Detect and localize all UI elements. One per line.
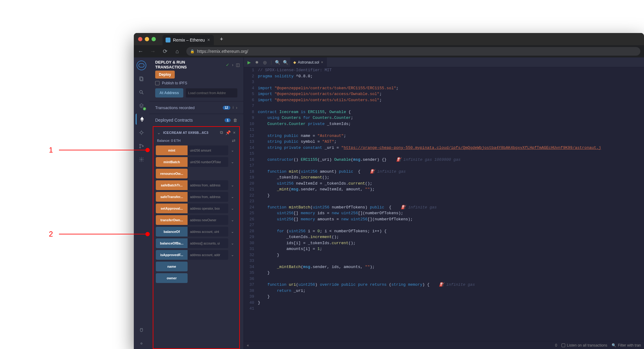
- info-icon[interactable]: i: [233, 105, 234, 110]
- function-row: transferOwn...address newOwner⌄: [156, 215, 237, 225]
- file-tab[interactable]: ◆ Astronaut.sol ×: [290, 57, 327, 67]
- window-minimize-icon[interactable]: [145, 37, 149, 41]
- chrome-tab-bar: Remix – Ethereu × +: [134, 33, 644, 45]
- function-params-input[interactable]: address[] accounts, ui: [188, 238, 228, 248]
- function-params-input[interactable]: uint256 numberOfToke: [188, 157, 228, 167]
- chevron-down-icon[interactable]: ⌄: [228, 215, 237, 225]
- chevron-down-icon[interactable]: ⌄: [228, 227, 237, 237]
- url-input[interactable]: 🔒 https://remix.ethereum.org/: [186, 47, 640, 56]
- code-content[interactable]: // SPDX-License-Identifier: MITpragma so…: [258, 67, 644, 341]
- close-icon[interactable]: ×: [233, 130, 236, 135]
- compiler-success-badge: ✓: [143, 107, 146, 111]
- publish-ipfs-checkbox[interactable]: [155, 81, 159, 85]
- function-row: setApproval...address operator, boo⌄: [156, 204, 237, 213]
- new-tab-button[interactable]: +: [220, 36, 223, 42]
- home-button[interactable]: ⌂: [174, 48, 180, 55]
- deploy-run-panel: DEPLOY & RUN TRANSACTIONS ✓ › ◫ Deploy P…: [149, 57, 244, 349]
- tab-favicon-icon: [166, 38, 170, 42]
- tab-close-icon[interactable]: ×: [207, 37, 210, 43]
- tab-close-icon[interactable]: ×: [321, 60, 323, 64]
- panel-header: DEPLOY & RUN TRANSACTIONS ✓ › ◫: [149, 57, 243, 71]
- zoom-in-icon[interactable]: 🔍: [282, 60, 289, 65]
- chevron-down-icon[interactable]: ⌄: [157, 130, 161, 135]
- remix-logo-icon[interactable]: [136, 60, 147, 71]
- tx-recorded-row[interactable]: Transactions recorded 12 i ›: [149, 101, 243, 114]
- terminal-toggle-icon[interactable]: «: [247, 343, 249, 347]
- function-button[interactable]: isApprovedF...: [156, 250, 188, 260]
- file-explorer-icon[interactable]: [136, 73, 147, 84]
- deploy-button[interactable]: Deploy: [155, 71, 175, 79]
- search-icon[interactable]: [136, 87, 147, 98]
- tab-title: Remix – Ethereu: [173, 38, 205, 42]
- at-address-button[interactable]: At Address: [155, 88, 183, 97]
- function-button[interactable]: balanceOf: [156, 227, 188, 237]
- listen-all-tx[interactable]: Listen on all transactions: [562, 343, 607, 347]
- chevron-right-icon[interactable]: ›: [236, 105, 237, 110]
- debugger-icon[interactable]: [136, 127, 147, 138]
- chevron-down-icon[interactable]: ⌄: [228, 180, 237, 190]
- settings-icon[interactable]: [136, 154, 147, 165]
- panel-title: DEPLOY & RUN TRANSACTIONS: [155, 60, 223, 69]
- window-close-icon[interactable]: [138, 37, 142, 41]
- chevron-down-icon[interactable]: ⌄: [228, 192, 237, 202]
- contract-title: ICECREAM AT 0X95B...6C3: [163, 131, 218, 134]
- function-button[interactable]: mintBatch: [156, 157, 188, 167]
- plugin-icon[interactable]: [136, 325, 147, 336]
- function-params-input[interactable]: address from, address: [188, 180, 228, 190]
- function-button[interactable]: renounceOw...: [156, 169, 188, 178]
- function-params-input[interactable]: address account, uint: [188, 227, 228, 237]
- panel-toggle-icon[interactable]: ◫: [236, 62, 240, 67]
- deploy-run-icon[interactable]: [136, 114, 147, 125]
- compiler-icon[interactable]: ✓: [136, 100, 147, 111]
- chevron-down-icon[interactable]: ⌄: [228, 157, 237, 167]
- function-button[interactable]: balanceOfBa...: [156, 238, 188, 248]
- annotation-1: 1: [49, 146, 150, 154]
- function-row: owner: [156, 273, 237, 283]
- play-icon[interactable]: ▶: [246, 60, 252, 65]
- function-button[interactable]: name: [156, 262, 188, 271]
- window-maximize-icon[interactable]: [152, 37, 156, 41]
- code-editor[interactable]: 1234567891011121314151617181920212223242…: [244, 67, 644, 341]
- function-params-input[interactable]: address operator, boo: [188, 204, 228, 213]
- trash-icon[interactable]: 🗑: [233, 118, 237, 123]
- app-area: ✓ DEPL: [134, 57, 644, 349]
- function-params-input[interactable]: address account, addr: [188, 250, 228, 260]
- reload-button[interactable]: ⟳: [162, 48, 168, 55]
- low-level-icon[interactable]: ⇄: [232, 138, 236, 143]
- function-button[interactable]: safeBatchTr...: [156, 180, 188, 190]
- pin-icon[interactable]: 📌: [225, 130, 231, 135]
- publish-ipfs-row: Publish to IPFS: [149, 81, 243, 88]
- back-button[interactable]: ←: [137, 48, 144, 55]
- bug-icon[interactable]: ✹: [254, 60, 260, 65]
- chevron-down-icon[interactable]: ⌄: [228, 250, 237, 260]
- chevron-down-icon[interactable]: ⌄: [228, 238, 237, 248]
- function-row: mintBatchuint256 numberOfToke⌄: [156, 157, 237, 167]
- function-button[interactable]: owner: [156, 273, 188, 283]
- browser-tab[interactable]: Remix – Ethereu ×: [163, 35, 214, 45]
- address-bar: ← → ⟳ ⌂ 🔒 https://remix.ethereum.org/: [134, 45, 644, 57]
- function-params-input[interactable]: uint256 amount: [188, 145, 228, 155]
- function-params-input[interactable]: address from, address: [188, 192, 228, 202]
- zoom-out-icon[interactable]: 🔍: [274, 60, 281, 65]
- editor-footer: « 0 Listen on all transactions 🔍 Filter …: [244, 341, 644, 349]
- function-button[interactable]: setApproval...: [156, 204, 188, 213]
- svg-line-3: [142, 93, 143, 94]
- svg-point-12: [141, 159, 142, 160]
- forward-button[interactable]: →: [150, 48, 156, 55]
- tx-recorded-badge: 12: [223, 106, 230, 110]
- deployed-contracts-row: Deployed Contracts 1 🗑: [149, 114, 243, 126]
- function-button[interactable]: transferOwn...: [156, 215, 188, 225]
- at-address-input[interactable]: [186, 88, 237, 97]
- listen-checkbox[interactable]: [562, 343, 565, 347]
- bottom-settings-icon[interactable]: [136, 338, 147, 349]
- chevron-down-icon[interactable]: ⌄: [228, 204, 237, 213]
- chevron-down-icon[interactable]: ⌄: [228, 145, 237, 155]
- record-icon[interactable]: ◎: [262, 60, 268, 65]
- function-button[interactable]: mint: [156, 145, 188, 155]
- filter-search[interactable]: 🔍 Filter with tran: [612, 343, 641, 347]
- function-params-input[interactable]: address newOwner: [188, 215, 228, 225]
- function-button[interactable]: safeTransfer...: [156, 192, 188, 202]
- copy-icon[interactable]: ⧉: [220, 130, 223, 135]
- chevron-right-icon[interactable]: ›: [232, 62, 233, 67]
- pending-tx-count: 0: [555, 343, 557, 347]
